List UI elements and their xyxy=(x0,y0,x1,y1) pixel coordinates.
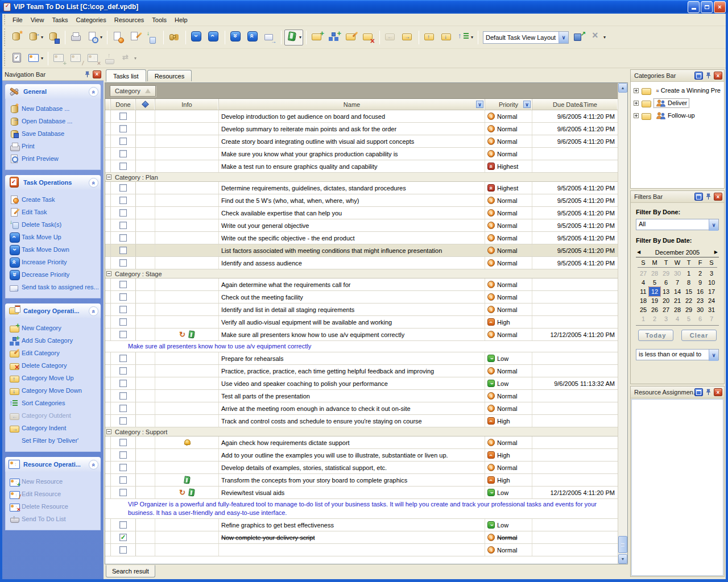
done-checkbox[interactable] xyxy=(119,380,127,387)
task-row[interactable]: Create story board integrating outline w… xyxy=(105,135,618,148)
calendar-day[interactable]: 29 xyxy=(683,305,694,314)
calendar-day[interactable]: 5 xyxy=(649,278,660,287)
nav-item-save-database[interactable]: Save Database xyxy=(8,127,99,140)
calendar-day[interactable]: 25 xyxy=(638,305,649,314)
tab-search-result[interactable]: Search result xyxy=(106,565,155,577)
task-row[interactable]: Use video and speaker coaching to polish… xyxy=(105,377,618,390)
float-panel-icon[interactable] xyxy=(694,193,703,201)
nav-group-header[interactable]: Task Operations xyxy=(5,175,101,190)
done-checkbox[interactable] xyxy=(119,439,127,446)
float-panel-icon[interactable] xyxy=(694,388,703,396)
done-checkbox[interactable] xyxy=(119,184,127,192)
column-name[interactable]: Name∨ xyxy=(219,99,485,110)
save-database-button[interactable] xyxy=(46,30,62,45)
print-preview-button[interactable]: ▾ xyxy=(85,30,104,45)
calendar-day[interactable]: 1 xyxy=(638,314,649,323)
nav-item-create-task[interactable]: Create Task xyxy=(8,193,99,206)
nav-item-category-outdent[interactable]: Category Outdent xyxy=(8,409,99,422)
done-checkbox[interactable] xyxy=(119,464,127,471)
nav-item-send-task-to-assigned-res[interactable]: Send task to assigned res... xyxy=(8,281,99,293)
task-move-up-button[interactable] xyxy=(206,30,222,45)
menu-categories[interactable]: Categories xyxy=(72,15,110,25)
calendar-day[interactable]: 7 xyxy=(706,314,717,323)
pin-icon[interactable] xyxy=(704,193,713,201)
calendar-day[interactable]: 20 xyxy=(660,296,672,305)
done-checkbox[interactable] xyxy=(119,125,127,132)
collapse-chevron-icon[interactable] xyxy=(89,460,98,469)
task-row[interactable]: Again determine what the requirements ca… xyxy=(105,278,618,291)
notes-button[interactable]: ▾ xyxy=(284,30,303,45)
nav-group-header[interactable]: General xyxy=(5,84,101,99)
calendar-day[interactable]: 13 xyxy=(660,287,672,296)
task-row[interactable]: Find out the 5 W's (who, what, when, whe… xyxy=(105,194,618,207)
calendar-day[interactable]: 8 xyxy=(683,278,694,287)
task-row[interactable]: ↻ Make sure all presenters know how to u… xyxy=(105,329,618,341)
clear-button[interactable]: Clear xyxy=(681,330,717,341)
calendar-day[interactable]: 23 xyxy=(694,296,706,305)
done-checkbox[interactable] xyxy=(119,113,127,120)
chevron-down-icon[interactable]: ∨ xyxy=(559,32,568,43)
task-row[interactable]: Refine graphics to get best effectivenes… xyxy=(105,519,618,531)
scrollbar-thumb[interactable] xyxy=(618,536,627,553)
task-view-layout-select[interactable]: Default Task View Layout ∨ xyxy=(483,31,569,44)
scroll-down-icon[interactable]: ▼ xyxy=(618,554,627,564)
nav-item-category-move-up[interactable]: Category Move Up xyxy=(8,372,99,384)
menu-resources[interactable]: Resources xyxy=(110,15,148,25)
nav-item-print-preview[interactable]: Print Preview xyxy=(8,152,99,165)
task-row[interactable]: Develop summary to reiterate main points… xyxy=(105,123,618,135)
next-month-icon[interactable]: ▶ xyxy=(711,250,718,255)
calendar-day[interactable]: 7 xyxy=(672,278,683,287)
edit-category-button[interactable] xyxy=(344,30,359,45)
calendar-day[interactable]: 9 xyxy=(694,278,706,287)
close-icon[interactable]: × xyxy=(714,388,722,396)
nav-item-open-database[interactable]: Open Database ... xyxy=(8,115,99,127)
sync-button[interactable]: ▾ xyxy=(119,51,138,66)
dropdown-arrow-icon[interactable]: ▾ xyxy=(100,35,102,40)
task-row[interactable]: Determine requirements, guidelines, dict… xyxy=(105,182,618,194)
task-move-down-button[interactable] xyxy=(189,30,205,45)
category-group-row[interactable]: Category : Support xyxy=(105,427,618,436)
category-move-down-button[interactable] xyxy=(439,30,455,45)
done-checkbox[interactable] xyxy=(119,355,127,362)
done-checkbox[interactable] xyxy=(119,138,127,145)
calendar-day[interactable]: 30 xyxy=(694,305,706,314)
nav-item-add-sub-category[interactable]: Add Sub Category xyxy=(8,334,99,347)
category-tree-item-follow-up[interactable]: Follow-up xyxy=(632,109,723,122)
done-checkbox[interactable] xyxy=(119,197,127,204)
done-checkbox[interactable] xyxy=(119,367,127,375)
calendar-day[interactable]: 4 xyxy=(672,314,683,323)
nav-item-increase-priority[interactable]: Increase Priority xyxy=(8,256,99,268)
calendar-day[interactable]: 14 xyxy=(672,287,683,296)
category-move-up-button[interactable] xyxy=(422,30,438,45)
calendar-day[interactable]: 6 xyxy=(694,314,706,323)
new-database-button[interactable] xyxy=(9,30,25,45)
nav-group-header[interactable]: Category Operati... xyxy=(5,304,101,318)
nav-item-edit-task[interactable]: Edit Task xyxy=(8,206,99,218)
sort-categories-button[interactable]: ▾ xyxy=(456,30,475,45)
view-resources-button[interactable]: ▾ xyxy=(26,51,45,66)
nav-item-new-resource[interactable]: + New Resource xyxy=(8,475,99,488)
decrease-priority-button[interactable] xyxy=(228,30,244,45)
new-resource-button[interactable]: + xyxy=(51,51,67,66)
collapse-minus-icon[interactable] xyxy=(106,429,111,434)
task-row[interactable]: Arrive at the meeting room enough in adv… xyxy=(105,402,618,415)
nav-item-category-indent[interactable]: Category Indent xyxy=(8,422,99,434)
calendar-day[interactable]: 10 xyxy=(706,278,717,287)
expand-plus-icon[interactable] xyxy=(634,113,639,118)
nav-item-set-filter-by-deliver[interactable]: Set Filter by 'Deliver' xyxy=(8,434,99,447)
category-group-row[interactable]: Category : Plan xyxy=(105,173,618,182)
task-row[interactable]: Track and control costs and schedule to … xyxy=(105,415,618,427)
task-row[interactable]: Now complete your delivery script Normal xyxy=(105,531,618,544)
done-checkbox[interactable] xyxy=(119,306,127,313)
calendar-day[interactable]: 1 xyxy=(683,269,694,278)
calendar-day[interactable]: 6 xyxy=(660,278,672,287)
nav-item-delete-resource[interactable]: × Delete Resource xyxy=(8,500,99,513)
nav-item-sort-categories[interactable]: Sort Categories xyxy=(8,397,99,409)
collapse-chevron-icon[interactable] xyxy=(89,87,98,97)
menu-tasks[interactable]: Tasks xyxy=(48,15,72,25)
task-row[interactable]: Make a test run to ensure graphics quali… xyxy=(105,160,618,173)
done-checkbox[interactable] xyxy=(119,163,127,170)
calendar-day[interactable]: 22 xyxy=(683,296,694,305)
task-row[interactable]: Again check how requirements dictate sup… xyxy=(105,436,618,449)
done-checkbox[interactable] xyxy=(119,318,127,326)
